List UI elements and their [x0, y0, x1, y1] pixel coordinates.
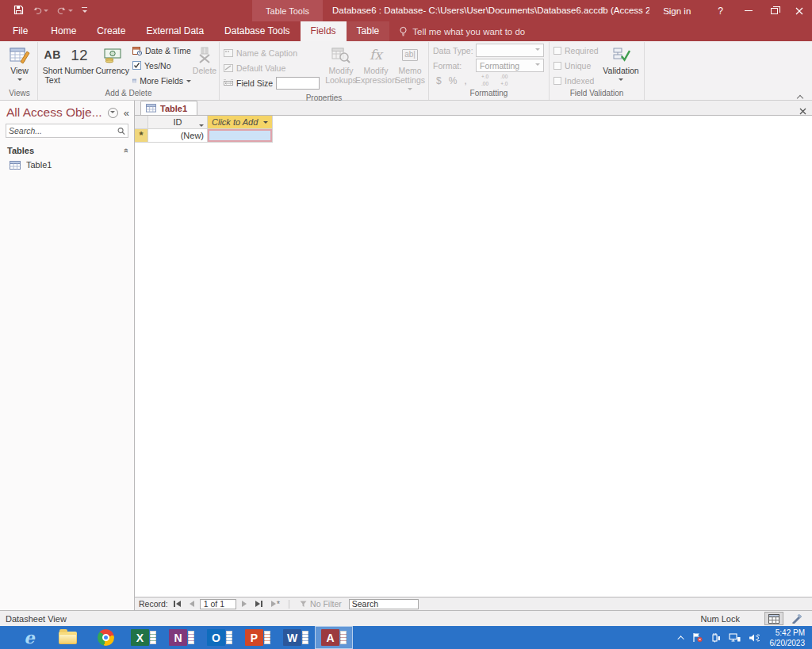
excel-icon: X — [131, 629, 156, 646]
restore-button[interactable] — [761, 0, 787, 21]
column-header-id[interactable]: ID — [148, 116, 208, 129]
format-combo: Formatting — [476, 59, 544, 72]
collapse-group-icon[interactable]: » — [121, 148, 130, 153]
tab-fields[interactable]: Fields — [301, 21, 347, 41]
onenote-icon: N — [169, 629, 194, 646]
taskbar-outlook[interactable]: O — [201, 626, 239, 649]
validation-button[interactable]: Validation — [601, 43, 641, 88]
unique-checkbox-icon — [553, 62, 561, 70]
next-record-button[interactable] — [239, 601, 250, 607]
percent-format-button: % — [449, 75, 458, 86]
tab-table[interactable]: Table — [347, 21, 390, 41]
tab-home[interactable]: Home — [40, 21, 86, 41]
memo-settings-icon: ab| — [402, 49, 418, 61]
tab-create[interactable]: Create — [86, 21, 136, 41]
no-filter-button[interactable]: No Filter — [295, 599, 347, 609]
nav-pane-menu-button[interactable] — [108, 108, 118, 118]
taskbar-excel[interactable]: X — [124, 626, 163, 649]
column-id-label: ID — [174, 117, 182, 127]
number-button[interactable]: 12 Number — [64, 43, 94, 88]
row-selector-header[interactable] — [135, 116, 148, 129]
document-tab-table1[interactable]: Table1 — [140, 101, 197, 115]
yes-no-checkbox-icon — [132, 61, 141, 70]
chrome-icon — [98, 629, 114, 646]
number-icon: 12 — [71, 44, 87, 66]
design-view-button[interactable] — [787, 612, 806, 625]
tab-file[interactable]: File — [0, 21, 40, 41]
ribbon-tab-bar: File Home Create External Data Database … — [0, 21, 812, 41]
more-fields-button[interactable]: More Fields — [131, 73, 193, 88]
shutter-bar-close-icon[interactable]: « — [124, 107, 129, 119]
redo-dropdown-icon — [68, 10, 73, 14]
record-position-box[interactable]: 1 of 1 — [200, 599, 236, 609]
currency-button[interactable]: Currency — [94, 43, 131, 88]
group-label-views: Views — [4, 88, 35, 100]
minimize-icon — [745, 10, 753, 11]
yes-no-button[interactable]: Yes/No — [131, 58, 193, 73]
close-button[interactable] — [787, 0, 812, 21]
last-record-button[interactable] — [252, 601, 266, 607]
datasheet-view-button[interactable] — [764, 612, 783, 625]
table-icon — [10, 161, 21, 170]
taskbar-word[interactable]: W — [277, 626, 315, 649]
save-icon[interactable] — [13, 4, 24, 18]
word-icon: W — [283, 629, 308, 646]
click-to-add-dropdown-icon[interactable] — [263, 121, 268, 126]
document-tab-label: Table1 — [160, 104, 187, 113]
group-label-field-validation: Field Validation — [552, 88, 642, 100]
column-dropdown-icon[interactable] — [199, 124, 204, 129]
power-icon[interactable] — [710, 632, 721, 643]
undo-button[interactable] — [33, 6, 48, 15]
record-navigator: Record: 1 of 1 * No Filter — [135, 597, 812, 610]
modify-expression-button: fx Modify Expression — [358, 43, 394, 93]
customize-quick-access-icon[interactable] — [82, 7, 87, 15]
num-lock-indicator: Num Lock — [700, 614, 740, 624]
tab-database-tools[interactable]: Database Tools — [214, 21, 301, 41]
active-cell[interactable] — [208, 129, 273, 143]
click-to-add-label: Click to Add — [212, 117, 258, 127]
new-record-selector[interactable]: * — [135, 129, 148, 143]
nav-item-table1[interactable]: Table1 — [0, 158, 134, 172]
validation-label: Validation — [603, 66, 638, 75]
more-fields-label: More Fields — [140, 76, 183, 86]
taskbar-internet-explorer[interactable]: e — [10, 626, 48, 649]
nav-search-box[interactable] — [6, 124, 128, 138]
taskbar-file-explorer[interactable] — [48, 626, 86, 649]
sign-in-button[interactable]: Sign in — [649, 6, 705, 16]
field-size-input[interactable] — [276, 77, 320, 90]
show-hidden-icons-button[interactable] — [677, 636, 684, 642]
help-button[interactable]: ? — [705, 6, 736, 17]
previous-record-button[interactable] — [186, 601, 197, 607]
redo-button[interactable] — [57, 6, 73, 15]
tab-external-data[interactable]: External Data — [136, 21, 214, 41]
speaker-icon[interactable] — [749, 633, 760, 643]
date-time-button[interactable]: Date & Time — [131, 43, 193, 58]
action-center-flag-icon[interactable] — [692, 632, 703, 643]
increase-decimals-button: +.0 .00 — [479, 73, 491, 87]
collapse-ribbon-button[interactable] — [798, 90, 804, 96]
taskbar-clock[interactable]: 5:42 PM 6/20/2023 — [770, 628, 806, 648]
ribbon-group-field-validation: Required Unique Indexed Validation Field… — [550, 42, 645, 100]
column-header-click-to-add[interactable]: Click to Add — [208, 116, 273, 129]
taskbar-chrome[interactable] — [86, 626, 124, 649]
first-record-button[interactable] — [170, 601, 184, 607]
table-icon — [146, 104, 156, 113]
document-tab-strip: Table1 — [135, 101, 812, 116]
minimize-button[interactable] — [736, 0, 761, 21]
cell-id-new[interactable]: (New) — [148, 129, 208, 143]
short-text-button[interactable]: AB Short Text — [40, 43, 64, 88]
taskbar-onenote[interactable]: N — [163, 626, 201, 649]
record-search-input[interactable] — [349, 599, 419, 609]
modify-expression-label: Modify Expression — [355, 66, 396, 85]
new-record-button[interactable]: * — [268, 601, 283, 607]
tell-me-box[interactable]: Tell me what you want to do — [399, 21, 525, 41]
taskbar-access[interactable]: A — [315, 626, 353, 649]
view-button[interactable]: View — [8, 43, 32, 88]
nav-search-input[interactable] — [9, 126, 117, 136]
format-combo-value: Formatting — [480, 61, 519, 71]
taskbar: e X N O P W A 5:42 PM 6/20/2023 — [0, 626, 812, 649]
nav-group-tables[interactable]: Tables » — [0, 143, 134, 158]
network-icon[interactable] — [729, 633, 741, 643]
taskbar-powerpoint[interactable]: P — [239, 626, 277, 649]
validation-icon — [611, 44, 630, 66]
